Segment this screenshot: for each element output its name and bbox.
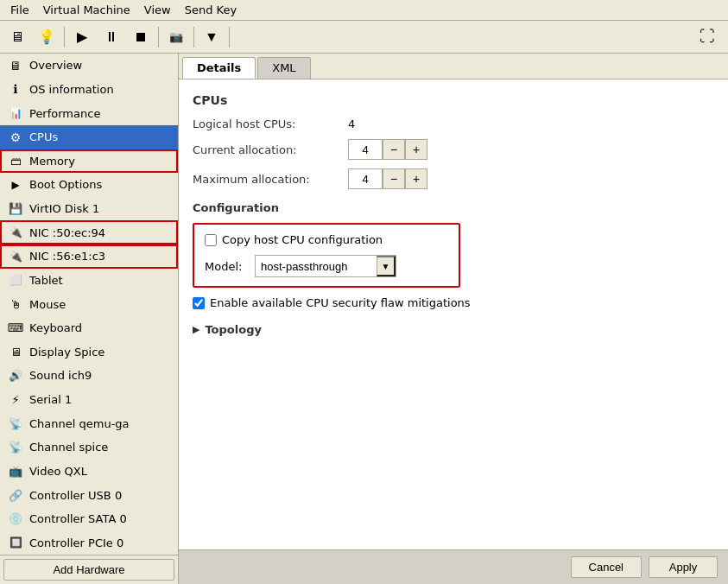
add-hardware-button[interactable]: Add Hardware <box>3 559 174 581</box>
sidebar-label-serial: Serial 1 <box>29 393 72 406</box>
sidebar-label-display: Display Spice <box>29 346 104 359</box>
sidebar-item-sound[interactable]: Sound ich9 <box>0 364 178 388</box>
maximum-allocation-spin: − + <box>348 168 427 189</box>
sidebar-label-disk: VirtIO Disk 1 <box>29 202 99 215</box>
sidebar-item-channel2[interactable]: Channel spice <box>0 435 178 460</box>
current-allocation-input[interactable] <box>348 139 383 160</box>
sidebar-item-boot[interactable]: Boot Options <box>0 173 178 197</box>
disk-icon <box>7 200 24 218</box>
sidebar-label-nic1: NIC :50:ec:94 <box>29 226 105 239</box>
current-allocation-decrement[interactable]: − <box>383 139 405 160</box>
sidebar-label-os: OS information <box>29 83 114 96</box>
sidebar-label-overview: Overview <box>29 59 82 72</box>
nic2-icon <box>7 248 24 265</box>
sidebar-label-cpus: CPUs <box>29 130 58 143</box>
model-dropdown-button[interactable]: ▼ <box>377 256 396 276</box>
sidebar: Overview OS information Performance CPUs… <box>0 54 179 584</box>
model-input[interactable] <box>256 256 377 276</box>
enable-security-label: Enable available CPU security flaw mitig… <box>210 296 471 309</box>
current-allocation-increment[interactable]: + <box>405 139 427 160</box>
pcie-icon <box>7 534 24 551</box>
sidebar-label-keyboard: Keyboard <box>29 321 82 334</box>
nic1-icon <box>7 224 24 241</box>
menu-send-key[interactable]: Send Key <box>178 2 244 18</box>
sidebar-item-disk[interactable]: VirtIO Disk 1 <box>0 197 178 221</box>
memory-icon <box>7 152 24 169</box>
maximum-allocation-decrement[interactable]: − <box>383 168 405 189</box>
model-input-group: ▼ <box>255 255 396 277</box>
sidebar-label-channel1: Channel qemu-ga <box>29 417 130 430</box>
sidebar-item-channel1[interactable]: Channel qemu-ga <box>0 411 178 435</box>
pause-button[interactable]: ⏸ <box>98 25 125 49</box>
maximum-allocation-row: Maximum allocation: − + <box>193 168 714 189</box>
snapshot-button[interactable]: 📷 <box>162 25 190 49</box>
sidebar-item-mouse[interactable]: Mouse <box>0 292 178 316</box>
toolbar-sep-3 <box>193 27 194 48</box>
sidebar-label-sata: Controller SATA 0 <box>29 512 127 525</box>
sidebar-item-video[interactable]: Video QXL <box>0 460 178 484</box>
sidebar-label-pcie: Controller PCIe 0 <box>29 536 123 549</box>
sidebar-item-pcie[interactable]: Controller PCIe 0 <box>0 531 178 555</box>
model-row: Model: ▼ <box>205 255 448 277</box>
content-body: CPUs Logical host CPUs: 4 Current alloca… <box>179 79 728 549</box>
sidebar-item-keyboard[interactable]: Keyboard <box>0 316 178 340</box>
dialog-footer: Cancel Apply <box>179 549 728 584</box>
sidebar-item-sata[interactable]: Controller SATA 0 <box>0 507 178 531</box>
menu-virtual-machine[interactable]: Virtual Machine <box>36 2 137 18</box>
enable-security-checkbox[interactable] <box>193 297 205 309</box>
configuration-section: Configuration Copy host CPU configuratio… <box>193 201 714 309</box>
tab-xml[interactable]: XML <box>257 57 310 79</box>
tablet-icon <box>7 271 24 289</box>
menu-view[interactable]: View <box>137 2 178 18</box>
enable-security-row: Enable available CPU security flaw mitig… <box>193 296 714 309</box>
usb-icon <box>7 486 24 504</box>
menu-file[interactable]: File <box>3 2 36 18</box>
sidebar-item-nic2[interactable]: NIC :56:e1:c3 <box>0 244 178 269</box>
sidebar-item-cpus[interactable]: CPUs <box>0 125 178 149</box>
sidebar-item-display[interactable]: Display Spice <box>0 340 178 365</box>
maximum-allocation-input[interactable] <box>348 168 383 189</box>
sidebar-item-os[interactable]: OS information <box>0 78 178 102</box>
sidebar-footer: Add Hardware <box>0 555 178 584</box>
monitor-button[interactable]: 🖥 <box>3 25 31 49</box>
info-icon <box>7 80 24 98</box>
model-label: Model: <box>205 260 248 273</box>
topology-arrow-icon: ▶ <box>193 324 199 335</box>
cancel-button[interactable]: Cancel <box>571 556 642 578</box>
sidebar-label-boot: Boot Options <box>29 178 102 191</box>
copy-host-cpu-row: Copy host CPU configuration <box>205 233 448 246</box>
display-icon <box>7 343 24 360</box>
sidebar-label-performance: Performance <box>29 107 100 120</box>
mouse-icon <box>7 295 24 313</box>
fullscreen-button[interactable]: ⛶ <box>693 25 721 49</box>
sidebar-item-serial[interactable]: Serial 1 <box>0 388 178 412</box>
sidebar-item-usb[interactable]: Controller USB 0 <box>0 483 178 507</box>
stop-button[interactable]: ⏹ <box>127 25 155 49</box>
sidebar-item-memory[interactable]: Memory <box>0 149 178 174</box>
sidebar-label-video: Video QXL <box>29 465 87 478</box>
channel1-icon <box>7 415 24 432</box>
tab-details[interactable]: Details <box>182 57 256 79</box>
sidebar-item-overview[interactable]: Overview <box>0 54 178 78</box>
sidebar-item-performance[interactable]: Performance <box>0 101 178 125</box>
topology-label: Topology <box>205 323 261 336</box>
current-allocation-label: Current allocation: <box>193 143 348 156</box>
cpu-icon <box>7 129 24 146</box>
dropdown-button[interactable]: ▼ <box>198 25 225 49</box>
perf-icon <box>7 105 24 122</box>
topology-toggle[interactable]: ▶ Topology <box>193 323 714 336</box>
apply-button[interactable]: Apply <box>649 556 718 578</box>
copy-host-cpu-checkbox[interactable] <box>205 234 217 246</box>
sidebar-label-channel2: Channel spice <box>29 441 108 454</box>
logical-host-cpus-value: 4 <box>348 117 355 130</box>
maximum-allocation-increment[interactable]: + <box>405 168 427 189</box>
content-area: Details XML CPUs Logical host CPUs: 4 Cu… <box>179 54 728 584</box>
play-button[interactable]: ▶ <box>68 25 96 49</box>
sidebar-item-nic1[interactable]: NIC :50:ec:94 <box>0 220 178 244</box>
lightbulb-button[interactable]: 💡 <box>33 25 60 49</box>
current-allocation-spin: − + <box>348 139 427 160</box>
toolbar-sep-1 <box>64 27 65 48</box>
toolbar-sep-4 <box>229 27 230 48</box>
sidebar-item-tablet[interactable]: Tablet <box>0 269 178 293</box>
keyboard-icon <box>7 320 24 337</box>
